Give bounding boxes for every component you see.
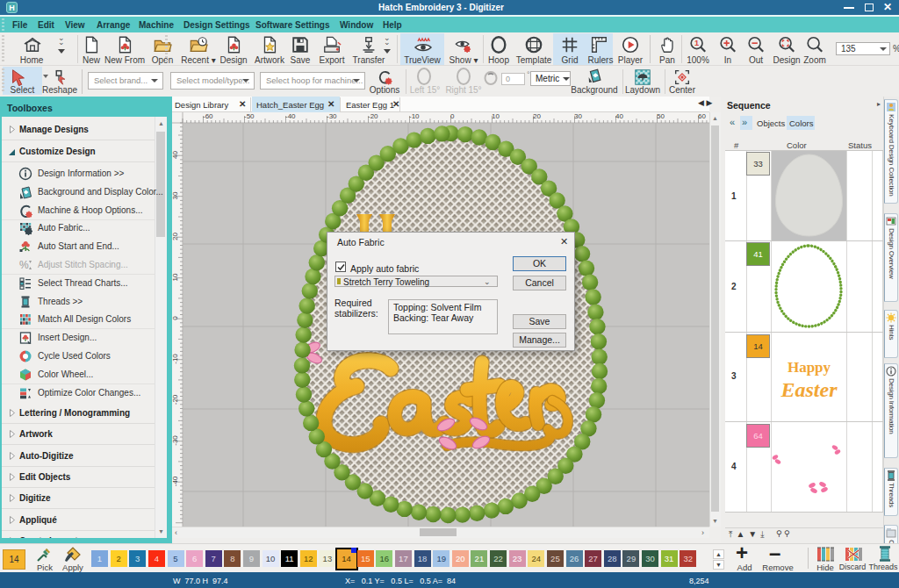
svg-text:50: 50 [657,112,665,120]
svg-text:-10: -10 [172,354,179,364]
svg-text:20: 20 [533,112,541,120]
svg-text:1: 1 [694,39,699,47]
svg-text:30: 30 [574,112,582,120]
svg-text:-40: -40 [172,476,179,486]
svg-text:40: 40 [172,151,179,159]
svg-text:20: 20 [172,233,179,240]
svg-text:0: 0 [450,112,455,120]
svg-text:-10: -10 [409,112,420,120]
svg-text:-20: -20 [172,394,179,405]
svg-text:-50: -50 [244,112,255,120]
svg-text:-30: -30 [172,435,179,446]
svg-text:0: 0 [172,316,179,320]
svg-text:10: 10 [172,273,179,281]
svg-text:10: 10 [492,112,500,120]
svg-text:-20: -20 [368,112,378,120]
svg-text:30: 30 [172,191,179,199]
svg-text:40: 40 [615,112,623,120]
svg-text:-30: -30 [327,112,337,120]
svg-text:-40: -40 [285,112,296,120]
svg-text:-60: -60 [203,112,213,120]
svg-text:60: 60 [698,112,706,120]
svg-text:%: % [19,259,29,271]
